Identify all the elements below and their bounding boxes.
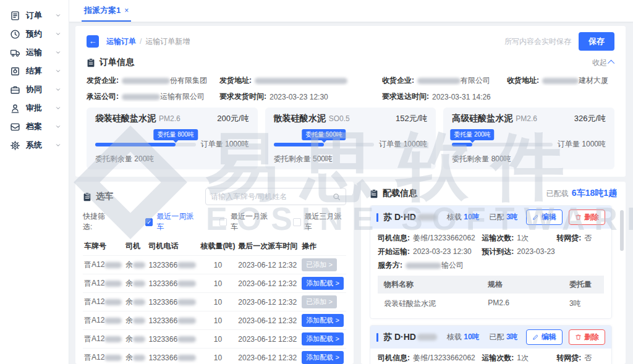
order-quantity-label: 订单量 1000吨 (201, 139, 249, 150)
provider-value: 输公司 (441, 261, 464, 269)
sidebar-item[interactable]: 订单 (0, 6, 69, 25)
loan-value: 否 (584, 353, 592, 362)
last-dispatch-time: 2023-06-12 12:32 (237, 330, 300, 349)
product-card: 散装硅酸水泥 SO0.5 152元/吨 委托量 500吨 订单量 1000吨 委… (265, 108, 436, 169)
add-loading-button[interactable]: 添加配载 > (302, 277, 343, 290)
product-name: 袋装硅酸盐水泥 (95, 113, 156, 124)
add-loading-button[interactable]: 添加配载 > (302, 332, 343, 345)
close-tab-icon[interactable]: × (124, 6, 129, 15)
remaining-quantity-label: 委托剩余量 200吨 (95, 154, 249, 164)
delete-button[interactable]: 删除 (569, 210, 605, 225)
consigned-badge: 委托量 500吨 (302, 129, 346, 140)
save-button[interactable]: 保存 (579, 32, 614, 51)
trash-icon (575, 214, 582, 221)
table-row: 晋A12 余 1323366 10 2023-06-12 12:32 已添加 > (83, 256, 346, 274)
trip-count-label: 运输次数: (482, 234, 514, 242)
back-button[interactable]: ← (87, 35, 99, 48)
order-field: 收货企业: 有限公司 (382, 75, 507, 86)
chevron-down-icon (55, 68, 61, 74)
add-loading-button[interactable]: 添加配载 > (302, 351, 343, 364)
sidebar: 订单 预约 运输 结算 协同 审批 档案 系统 (0, 0, 69, 364)
filter-checkbox[interactable]: ✓ 最近一周派车 (145, 211, 198, 232)
collapse-toggle[interactable]: 收起 (592, 57, 614, 68)
driver-name: 余 (125, 260, 133, 269)
loading-card-header: 苏 D·HD 核载 10吨 已配 3吨 编辑 删除 (370, 326, 611, 349)
filter-checkbox[interactable]: ✓ 最近一月派车 (219, 211, 273, 232)
sidebar-item[interactable]: 协同 (0, 80, 69, 99)
table-row: 晋A12 余 1323366 10 2023-06-12 12:32 添加配载 … (83, 330, 346, 349)
filter-label: 最近一月派车 (231, 211, 272, 232)
add-loading-button[interactable]: 已添加 > (302, 258, 336, 271)
plate-number: 晋A12 (84, 353, 104, 362)
sidebar-item[interactable]: 结算 (0, 62, 69, 80)
redacted-text (104, 262, 122, 268)
progress-fill (452, 143, 472, 146)
redacted-text (122, 78, 170, 84)
sidebar-item-label: 审批 (26, 103, 42, 114)
sidebar-item[interactable]: 系统 (0, 136, 69, 154)
loan-value: 否 (584, 234, 592, 242)
qty-col-header: 委托量 (563, 276, 604, 294)
driver-info-label: 司机信息: (378, 353, 410, 362)
breadcrumb-parent-link[interactable]: 运输订单 (106, 36, 136, 47)
remaining-quantity-label: 委托剩余量 800吨 (452, 154, 606, 164)
vehicle-picker-panel: 选车 快捷筛选: ✓ 最近一周派车 ✓ 最近一月派车 ✓ 最近三月派车 (75, 182, 354, 364)
tab-dispatch-plan[interactable]: 指派方案1 × (82, 5, 131, 22)
chevron-down-icon (55, 124, 61, 130)
search-icon[interactable] (333, 193, 341, 201)
driver-phone: 1323366 (148, 298, 177, 307)
search-input[interactable] (211, 192, 333, 201)
redacted-text (133, 299, 145, 305)
delete-button[interactable]: 删除 (569, 329, 605, 345)
redacted-text (133, 318, 145, 324)
sidebar-item-icon (10, 66, 20, 77)
material-name: 袋装硅酸盐水泥 (378, 294, 482, 313)
vehicle-plate: 苏 D·HD (383, 332, 416, 343)
sidebar-item[interactable]: 预约 (0, 25, 69, 43)
table-row: 晋A12 余 1323366 10 2023-06-12 12:32 添加配载 … (83, 349, 346, 364)
sidebar-item[interactable]: 档案 (0, 117, 69, 136)
delete-label: 删除 (584, 332, 599, 342)
sidebar-item-label: 档案 (26, 121, 42, 132)
vehicle-table: 车牌号司机司机电话核载量(吨)最后一次派车时间操作 晋A12 余 1323366… (83, 237, 346, 364)
field-value: 建材大厦 (579, 75, 608, 86)
sidebar-item[interactable]: 审批 (0, 99, 69, 117)
product-price: 152元/吨 (396, 113, 427, 124)
product-price: 326元/吨 (574, 113, 606, 124)
last-dispatch-time: 2023-06-12 12:32 (237, 274, 300, 293)
filter-checkbox[interactable]: ✓ 最近三月派车 (293, 211, 346, 232)
bottom-area: 选车 快捷筛选: ✓ 最近一周派车 ✓ 最近一月派车 ✓ 最近三月派车 (75, 182, 626, 364)
scrollbar-thumb[interactable] (620, 210, 624, 251)
vehicle-search (205, 188, 346, 205)
progress-track: 委托量 200吨 (452, 143, 553, 146)
product-price: 200元/吨 (217, 113, 249, 124)
edit-button[interactable]: 编辑 (526, 329, 563, 345)
order-field: 承运公司: 运输有限公司 (87, 91, 219, 102)
loaded-summary-value: 6车18吨1趟 (572, 188, 617, 199)
last-dispatch-time: 2023-06-12 12:32 (237, 256, 300, 274)
product-name: 散装硅酸水泥 (274, 113, 326, 124)
add-loading-button[interactable]: 已添加 > (302, 295, 336, 308)
order-info-header: 订单信息 收起 (87, 57, 614, 68)
checkbox-icon[interactable]: ✓ (293, 218, 300, 226)
redacted-text (177, 262, 196, 268)
edit-button[interactable]: 编辑 (526, 210, 563, 225)
clipboard-icon (370, 189, 378, 198)
plate-number: 晋A12 (84, 297, 104, 306)
accent-bar (376, 213, 378, 222)
quick-filter-row: 快捷筛选: ✓ 最近一周派车 ✓ 最近一月派车 ✓ 最近三月派车 (83, 211, 346, 232)
checkbox-icon[interactable]: ✓ (145, 218, 153, 226)
loaded-summary-label: 已配载 (546, 188, 569, 199)
sidebar-item[interactable]: 运输 (0, 43, 69, 62)
sidebar-item-icon (10, 29, 20, 40)
breadcrumb-separator: / (140, 37, 142, 46)
checkbox-icon[interactable]: ✓ (219, 218, 227, 226)
start-time-value: 2023-03-23 12:30 (413, 247, 472, 256)
table-row: 晋A12 余 1323366 10 2023-06-12 12:32 添加配载 … (83, 274, 346, 293)
eta-label: 预计到达: (482, 247, 514, 256)
add-loading-button[interactable]: 添加配载 > (302, 314, 343, 327)
table-row: 晋A12 余 1323366 10 2023-06-12 12:32 已添加 > (83, 293, 346, 311)
redacted-text (133, 355, 145, 361)
redacted-text (417, 78, 461, 84)
order-info-title: 订单信息 (100, 57, 134, 68)
